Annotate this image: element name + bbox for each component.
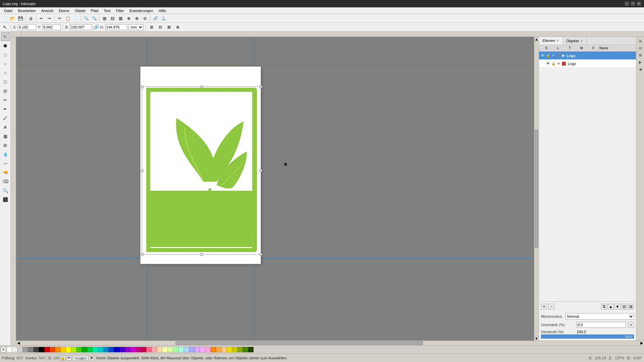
swatch-black[interactable]: [39, 347, 44, 352]
mischmode-select[interactable]: Normal Multiplizieren Bildschirm Überlag…: [566, 313, 634, 320]
new-button[interactable]: 📄: [1, 15, 8, 22]
layer-lock-2[interactable]: 🔓: [551, 61, 556, 66]
hscroll-thumb[interactable]: [175, 341, 423, 345]
menu-filter[interactable]: Filter: [113, 8, 126, 13]
swatch-tan[interactable]: [216, 347, 221, 352]
close-button[interactable]: ✕: [637, 1, 641, 6]
layer-expand-btn[interactable]: ⊞: [628, 304, 634, 310]
swatch-violet[interactable]: [125, 347, 130, 352]
handle-ml[interactable]: [141, 170, 144, 172]
swatch-teal[interactable]: [98, 347, 103, 352]
minimize-button[interactable]: ─: [625, 1, 629, 6]
swatch-pale-yellow[interactable]: [162, 347, 168, 352]
swatch-pale-magenta[interactable]: [200, 347, 205, 352]
swatch-blue[interactable]: [109, 347, 114, 352]
handle-bm[interactable]: [201, 253, 203, 256]
swatch-teal-green[interactable]: [93, 347, 98, 352]
swatch-light-pink[interactable]: [152, 347, 157, 352]
layer-collapse-btn[interactable]: ⊟: [621, 304, 627, 310]
layer-add-button[interactable]: +: [541, 304, 547, 310]
fill-tool[interactable]: ⬛: [1, 195, 10, 204]
swatch-crimson[interactable]: [141, 347, 146, 352]
star-tool[interactable]: ☆: [1, 68, 10, 77]
hscroll-left-btn[interactable]: ◀: [16, 341, 21, 346]
copy-button[interactable]: 📋: [64, 15, 71, 22]
swatch-darkgreen[interactable]: [82, 347, 87, 352]
swatch-olive[interactable]: [232, 347, 237, 352]
vscroll-up-btn[interactable]: ▲: [534, 37, 539, 42]
dropper-tool[interactable]: 💧: [1, 150, 10, 159]
tab-ebenen-close[interactable]: ✕: [556, 39, 559, 42]
swatch-yellow[interactable]: [66, 347, 71, 352]
menu-bearbeiten[interactable]: Bearbeiten: [15, 8, 39, 13]
swatch-gold[interactable]: [60, 347, 66, 352]
swatch-pale-violet[interactable]: [195, 347, 200, 352]
swatch-pale-green[interactable]: [173, 347, 178, 352]
handle-tl[interactable]: [141, 86, 144, 88]
no-fill-swatch[interactable]: ✕: [1, 347, 6, 352]
snap2-button[interactable]: ⚓: [160, 15, 167, 22]
y-input[interactable]: [42, 24, 61, 30]
menu-pfad[interactable]: Pfad: [88, 8, 101, 13]
swatch-midgray[interactable]: [23, 347, 28, 352]
swatch-amber[interactable]: [211, 347, 216, 352]
save-button[interactable]: 💾: [17, 15, 24, 22]
layer-row-logo-selected[interactable]: 👁 🔓 ≡ ▶ Logo: [539, 52, 636, 60]
right-icon-1[interactable]: ⊞: [637, 38, 644, 44]
right-icon-4[interactable]: ▶: [637, 59, 644, 65]
right-icon-2[interactable]: ⊟: [637, 45, 644, 51]
unscharfe-plus-btn[interactable]: +: [628, 322, 634, 328]
text-tool[interactable]: A: [1, 123, 10, 131]
transform-btn4[interactable]: ⊕: [174, 23, 181, 31]
transform-btn2[interactable]: ⊟: [157, 23, 164, 31]
open-button[interactable]: 📂: [9, 15, 16, 22]
tab-objekte-close[interactable]: ✕: [580, 39, 583, 43]
swatch-sky[interactable]: [103, 347, 109, 352]
swatch-gray[interactable]: [17, 347, 23, 352]
swatch-pale-rose[interactable]: [205, 347, 211, 352]
layer-move-up-btn[interactable]: ▲: [608, 304, 614, 310]
redo-button[interactable]: ↪: [46, 15, 53, 22]
x-input[interactable]: [18, 24, 36, 30]
undo-button[interactable]: ↩: [38, 15, 45, 22]
menu-ebene[interactable]: Ebene: [56, 8, 72, 13]
layer-expand-1[interactable]: ▶: [561, 53, 566, 58]
connector-tool[interactable]: ⤻: [1, 159, 10, 168]
vscroll-down-btn[interactable]: ▼: [534, 336, 539, 341]
h-input[interactable]: [105, 24, 127, 30]
menu-datei[interactable]: Datei: [1, 8, 15, 13]
zoom-out-button[interactable]: 🔍: [91, 15, 98, 22]
tab-ebenen[interactable]: Ebenen ✕: [539, 37, 563, 45]
layer-eye-1[interactable]: 👁: [540, 53, 545, 58]
swatch-white[interactable]: [7, 347, 12, 352]
layer-move-down-btn[interactable]: ▼: [614, 304, 621, 310]
menu-objekt[interactable]: Objekt: [72, 8, 88, 13]
layer-eye-2[interactable]: 👁: [546, 61, 550, 66]
swatch-forest[interactable]: [243, 347, 248, 352]
swatch-dark-forest[interactable]: [248, 347, 254, 352]
horizontal-scrollbar[interactable]: ◀ ▶: [16, 341, 644, 345]
b-input[interactable]: [70, 24, 92, 30]
transform-btn1[interactable]: ⊞: [148, 23, 155, 31]
swatch-pink-red[interactable]: [136, 347, 141, 352]
hscroll-right-btn[interactable]: ▶: [639, 341, 644, 346]
swatch-lightgray[interactable]: [12, 347, 17, 352]
swatch-yellow-green[interactable]: [237, 347, 243, 352]
hscroll-track[interactable]: [21, 341, 639, 345]
handle-bl[interactable]: [141, 253, 144, 256]
mesh-tool[interactable]: ⊞: [1, 141, 10, 149]
swatch-orange-red[interactable]: [50, 347, 55, 352]
align-bottom-button[interactable]: ⊘: [141, 15, 149, 22]
select-tool-icon[interactable]: ↖: [1, 23, 9, 31]
swatch-wheat[interactable]: [221, 347, 227, 352]
canvas-area[interactable]: LOGO: [16, 37, 534, 341]
eraser-tool[interactable]: ⌫: [1, 177, 10, 186]
status-dropdown-arrow[interactable]: ▼: [90, 356, 93, 360]
swatch-pale-blue[interactable]: [189, 347, 195, 352]
right-icon-3[interactable]: ⊠: [637, 52, 644, 58]
swatch-emerald[interactable]: [87, 347, 93, 352]
pen-tool[interactable]: ✒: [1, 105, 10, 113]
circle-tool[interactable]: ○: [1, 59, 10, 68]
swatch-verydark[interactable]: [34, 347, 39, 352]
swatch-peach[interactable]: [157, 347, 162, 352]
